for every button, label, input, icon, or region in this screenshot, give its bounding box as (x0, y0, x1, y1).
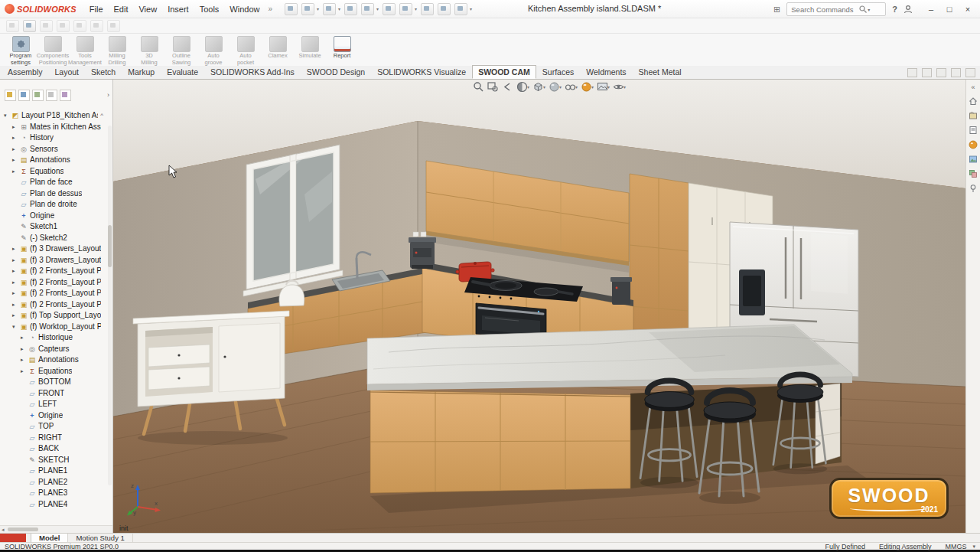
feature-tree-item[interactable]: ▱ FRONT (0, 388, 112, 400)
close-button[interactable]: × (959, 2, 977, 17)
command-button[interactable]: Tools Management (69, 35, 101, 66)
print-button[interactable] (344, 3, 357, 15)
zoom-area-icon[interactable] (487, 81, 499, 93)
feature-tree-item[interactable]: ▱ BOTTOM (0, 377, 112, 388)
open-button[interactable] (301, 3, 314, 15)
display-style-icon[interactable]: ▾ (549, 81, 562, 93)
ribbon-tab[interactable]: Markup (122, 65, 161, 79)
ribbon-tab[interactable]: SOLIDWORKS Add-Ins (204, 65, 301, 79)
feature-tree-item[interactable]: ▸ ◔ Historique (0, 332, 112, 344)
feature-tree-item[interactable]: ▸ ◎ Sensors (0, 144, 112, 155)
ribbon-tab[interactable]: SWOOD Design (301, 65, 371, 79)
feature-tree-item[interactable]: ▸ ◔ History (0, 132, 112, 144)
select-arrow-button[interactable] (399, 3, 412, 15)
expand-collapse-icon[interactable]: ▸ (12, 166, 18, 178)
feature-tree-item[interactable]: ✎ (-) Sketch2 (0, 233, 112, 244)
tab-display-manager[interactable] (60, 90, 71, 101)
expand-collapse-icon[interactable]: ▸ (12, 155, 18, 166)
menu-item[interactable]: Window (224, 2, 265, 16)
feature-tree-item[interactable]: ▸ ⊞ Mates in Kitchen Assembl (0, 122, 112, 133)
minimize-button[interactable]: – (922, 2, 940, 17)
expand-collapse-icon[interactable]: ▸ (12, 144, 18, 155)
ribbon-tab[interactable]: Assembly (2, 65, 49, 79)
feature-tree-item[interactable]: ▸ ▣ (f) 2 Fronts_Layout P18_Kit (0, 277, 112, 289)
feature-tree-item[interactable]: ✎ SKETCH (0, 455, 112, 466)
feature-tree-item[interactable]: ▸ ▤ Annotations (0, 155, 112, 166)
menu-item[interactable]: Edit (109, 2, 134, 16)
feature-tree-item[interactable]: ▸ ▣ (f) 2 Fronts_Layout P18_Kit (0, 288, 112, 299)
feature-tree-item[interactable]: + Origine (0, 211, 112, 222)
command-button[interactable]: Simulate (294, 35, 326, 60)
command-button[interactable]: Report (326, 35, 358, 60)
tab-featuremanager-tree[interactable] (5, 90, 16, 101)
doc-window-icon-4[interactable] (951, 68, 961, 77)
feature-tree-item[interactable]: ▱ RIGHT (0, 433, 112, 444)
doc-window-icon-2[interactable] (922, 68, 932, 77)
expand-collapse-icon[interactable]: ▸ (12, 243, 18, 255)
view-settings-icon[interactable]: ▾ (613, 81, 626, 93)
model-tab[interactable]: Model (31, 534, 68, 542)
collapse-panel-icon[interactable]: « (971, 83, 975, 91)
feature-tree-item[interactable]: ▱ Plan de dessus (0, 188, 112, 200)
doc-window-icon-1[interactable] (907, 68, 917, 77)
save-button[interactable] (323, 3, 336, 15)
swood-toolbar-icon-6[interactable] (90, 20, 103, 32)
expand-collapse-icon[interactable]: ▸ (12, 277, 18, 289)
previous-view-icon[interactable] (502, 81, 513, 93)
expand-collapse-icon[interactable]: ▾ (12, 322, 18, 333)
expand-collapse-icon[interactable]: ▸ (21, 332, 26, 344)
help-button[interactable]: ? (892, 5, 897, 14)
search-input[interactable] (790, 5, 857, 15)
expand-collapse-icon[interactable]: ▸ (21, 344, 26, 355)
ribbon-tab[interactable]: SWOOD CAM (472, 65, 536, 79)
ribbon-tab[interactable]: SOLIDWORKS Visualize (371, 65, 472, 79)
feature-tree-item[interactable]: ▸ ▣ (f) 2 Fronts_Layout P18_Kit (0, 299, 112, 311)
file-properties-button[interactable] (438, 3, 451, 15)
tree-hscroll-thumb[interactable] (8, 528, 38, 531)
panel-expand-chevron-icon[interactable]: › (107, 91, 109, 99)
expand-collapse-icon[interactable]: ▸ (12, 266, 18, 277)
search-commands-box[interactable]: ▾ (786, 2, 886, 16)
units-dropdown-chevron-icon[interactable]: ▾ (972, 544, 975, 550)
model-tab[interactable]: Motion Study 1 (68, 534, 132, 542)
search-scope-chevron-icon[interactable]: ▾ (868, 7, 870, 12)
decals-icon[interactable] (969, 169, 978, 178)
undo-button[interactable] (361, 3, 374, 15)
restore-button[interactable]: □ (940, 2, 959, 17)
scroll-left-arrow-icon[interactable]: ◂ (2, 527, 5, 533)
file-explorer-icon[interactable] (969, 126, 978, 135)
command-button[interactable]: Milling Drilling (101, 35, 133, 66)
hide-show-items-icon[interactable]: ▾ (565, 81, 578, 93)
command-button[interactable]: Program settings (5, 35, 37, 66)
command-button[interactable]: Clamex (262, 35, 294, 60)
apply-scene-icon[interactable]: ▾ (597, 81, 610, 93)
user-account-icon[interactable] (903, 5, 913, 14)
feature-tree-item[interactable]: ▱ BACK (0, 443, 112, 455)
swood-toolbar-icon-1[interactable] (6, 20, 19, 32)
menu-overflow-chevron[interactable]: » (265, 5, 275, 13)
expand-collapse-icon[interactable]: ▸ (12, 288, 18, 299)
feature-tree-item[interactable]: ▸ ◎ Capteurs (0, 344, 112, 355)
ribbon-tab[interactable]: Evaluate (161, 65, 204, 79)
expand-collapse-icon[interactable]: ▾ (4, 110, 9, 122)
feature-tree-item[interactable]: ▱ PLANE2 (0, 477, 112, 488)
feature-tree-item[interactable]: ▱ TOP (0, 421, 112, 433)
tab-property-manager[interactable] (18, 90, 30, 101)
solidworks-logo[interactable]: SOLIDWORKS (5, 4, 77, 14)
feature-tree-item[interactable]: ▱ Plan de droite (0, 199, 112, 211)
feature-tree-item[interactable]: ▸ Σ Equations (0, 166, 112, 178)
view-orientation-icon[interactable]: ▾ (532, 81, 545, 93)
custom-properties-icon[interactable] (969, 184, 978, 193)
feature-tree-item[interactable]: ▾ ◩ Layout P18_Kitchen Assembl ^ (0, 110, 112, 122)
appearance-ball-icon[interactable] (969, 140, 978, 149)
ribbon-tab[interactable]: Surfaces (536, 65, 580, 79)
feature-tree-item[interactable]: ▸ ▤ Annotations (0, 354, 112, 366)
menu-item[interactable]: File (84, 2, 109, 16)
redo-button[interactable] (383, 3, 396, 15)
section-view-icon[interactable]: ▾ (516, 81, 529, 93)
window[interactable] (243, 145, 343, 296)
design-library-icon[interactable] (969, 111, 978, 120)
tab-dimxpert-manager[interactable] (46, 90, 57, 101)
feature-tree-item[interactable]: ▸ ▣ (f) 3 Drawers_Layout P18_I (0, 243, 112, 255)
doc-window-icon-5[interactable] (965, 68, 975, 77)
